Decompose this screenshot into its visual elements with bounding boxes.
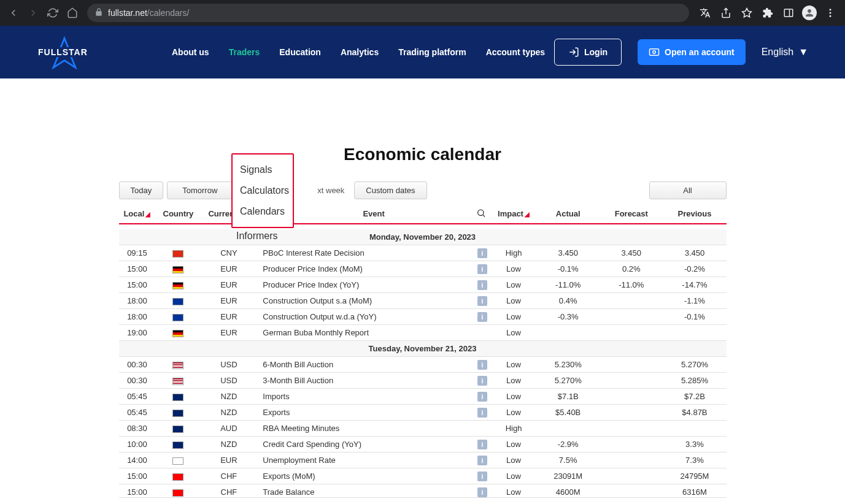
cell-impact: Low <box>491 357 536 373</box>
table-row[interactable]: 15:00CHFExports (MoM)iLow23091M24795M <box>119 468 727 484</box>
cell-event: Trade Balancei <box>257 484 491 498</box>
site-header: FULLSTAR About usTradersEducationAnalyti… <box>0 26 845 78</box>
home-button[interactable] <box>64 4 81 21</box>
table-row[interactable]: 15:00CHFTrade BalanceiLow4600M6316M <box>119 484 727 498</box>
info-icon[interactable]: i <box>477 296 487 306</box>
forward-button[interactable] <box>25 4 42 21</box>
nav-traders[interactable]: Traders <box>229 47 260 57</box>
tab-nextweek-fragment[interactable]: xt week <box>317 186 344 195</box>
info-icon[interactable]: i <box>477 360 487 370</box>
dropdown-signals[interactable]: Signals <box>233 159 293 180</box>
cell-currency: EUR <box>201 277 257 293</box>
info-icon[interactable]: i <box>477 440 487 449</box>
dropdown-informers[interactable]: Informers <box>236 231 278 242</box>
dropdown-calendars[interactable]: Calendars <box>233 201 293 222</box>
table-row[interactable]: 00:30USD6-Month Bill AuctioniLow5.230%5.… <box>119 357 727 373</box>
logo-text: FULLSTAR <box>37 47 89 57</box>
table-row[interactable]: 15:00EURProducer Price Index (MoM)iLow-0… <box>119 261 727 277</box>
cell-country <box>155 293 201 309</box>
info-icon[interactable]: i <box>477 487 487 497</box>
info-icon[interactable]: i <box>477 280 487 290</box>
info-icon[interactable]: i <box>477 456 487 465</box>
flag-icon <box>172 362 183 369</box>
info-icon[interactable]: i <box>477 312 487 322</box>
translate-icon[interactable] <box>695 3 715 23</box>
table-row[interactable]: 14:00EURUnemployment RateiLow7.5%7.3% <box>119 452 727 468</box>
dropdown-calculators[interactable]: Calculators <box>233 180 293 201</box>
cell-currency: EUR <box>201 293 257 309</box>
cell-impact: Low <box>491 437 536 452</box>
cell-impact: Low <box>491 468 536 484</box>
flag-icon <box>172 330 183 337</box>
svg-line-9 <box>483 215 485 216</box>
search-icon[interactable] <box>476 208 486 220</box>
table-row[interactable]: 19:00EURGerman Buba Monthly ReportLow <box>119 325 727 341</box>
cell-currency: EUR <box>201 452 257 468</box>
cell-country <box>155 452 201 468</box>
flag-icon <box>172 378 183 385</box>
table-row[interactable]: 15:00EURProducer Price Index (YoY)iLow-1… <box>119 277 727 293</box>
nav-account-types[interactable]: Account types <box>486 47 545 57</box>
cell-time: 15:00 <box>119 277 156 293</box>
menu-dots-icon[interactable] <box>820 3 840 23</box>
info-icon[interactable]: i <box>477 408 487 418</box>
nav-about-us[interactable]: About us <box>172 47 209 57</box>
col-local[interactable]: Local◢ <box>119 204 156 224</box>
cell-event: PBoC Interest Rate Decisioni <box>257 245 491 261</box>
info-icon[interactable]: i <box>477 376 487 386</box>
cell-time: 00:30 <box>119 357 156 373</box>
cell-country <box>155 421 201 437</box>
cell-previous: 7.3% <box>663 452 726 468</box>
cell-currency: EUR <box>201 325 257 341</box>
open-account-button[interactable]: Open an account <box>638 39 746 65</box>
table-row[interactable]: 05:45NZDExportsiLow$5.40B$4.87B <box>119 405 727 421</box>
date-separator: Monday, November 20, 2023 <box>119 229 727 245</box>
cell-forecast: 0.2% <box>600 261 663 277</box>
table-row[interactable]: 09:15CNYPBoC Interest Rate DecisioniHigh… <box>119 245 727 261</box>
logo[interactable]: FULLSTAR <box>37 34 92 71</box>
share-icon[interactable] <box>716 3 736 23</box>
login-button[interactable]: Login <box>554 39 622 66</box>
profile-avatar[interactable] <box>800 3 819 23</box>
col-country[interactable]: Country <box>155 204 201 224</box>
calendar-scroll-area[interactable]: Monday, November 20, 202309:15CNYPBoC In… <box>119 224 727 498</box>
back-button[interactable] <box>5 4 22 21</box>
tab-today[interactable]: Today <box>119 181 164 199</box>
extensions-icon[interactable] <box>758 3 777 23</box>
info-icon[interactable]: i <box>477 472 487 481</box>
col-forecast[interactable]: Forecast <box>600 204 663 224</box>
table-row[interactable]: 18:00EURConstruction Output w.d.a (YoY)i… <box>119 309 727 325</box>
col-previous[interactable]: Previous <box>663 204 726 224</box>
nav-analytics[interactable]: Analytics <box>341 47 379 57</box>
info-icon[interactable]: i <box>477 392 487 402</box>
col-impact[interactable]: Impact◢ <box>491 204 536 224</box>
table-row[interactable]: 08:30AUDRBA Meeting MinutesHigh <box>119 421 727 437</box>
info-icon[interactable]: i <box>477 264 487 274</box>
cell-actual <box>536 325 600 341</box>
language-selector[interactable]: English ▼ <box>762 47 808 58</box>
cell-forecast <box>600 373 663 389</box>
reload-button[interactable] <box>44 4 61 21</box>
address-bar[interactable]: fullstar.net/calendars/ <box>87 4 689 22</box>
panel-icon[interactable] <box>779 3 798 23</box>
bookmark-star-icon[interactable] <box>737 3 757 23</box>
tab-tomorrow[interactable]: Tomorrow <box>167 181 233 199</box>
table-row[interactable]: 10:00NZDCredit Card Spending (YoY)iLow-2… <box>119 437 727 452</box>
tab-all[interactable]: All <box>649 181 727 199</box>
cell-country <box>155 277 201 293</box>
col-actual[interactable]: Actual <box>536 204 600 224</box>
info-icon[interactable]: i <box>477 248 487 258</box>
cell-impact: Low <box>491 389 536 405</box>
flag-icon <box>172 441 183 449</box>
table-row[interactable]: 00:30USD3-Month Bill AuctioniLow5.270%5.… <box>119 373 727 389</box>
table-row[interactable]: 18:00EURConstruction Output s.a (MoM)iLo… <box>119 293 727 309</box>
cell-time: 09:15 <box>119 245 156 261</box>
table-row[interactable]: 05:45NZDImportsiLow$7.1B$7.2B <box>119 389 727 405</box>
nav-trading-platform[interactable]: Trading platform <box>398 47 466 57</box>
cell-forecast <box>600 484 663 498</box>
cell-event: Exports (MoM)i <box>257 468 491 484</box>
nav-education[interactable]: Education <box>279 47 321 57</box>
tab-custom[interactable]: Custom dates <box>354 181 426 199</box>
cell-currency: NZD <box>201 405 257 421</box>
svg-point-3 <box>830 12 831 14</box>
